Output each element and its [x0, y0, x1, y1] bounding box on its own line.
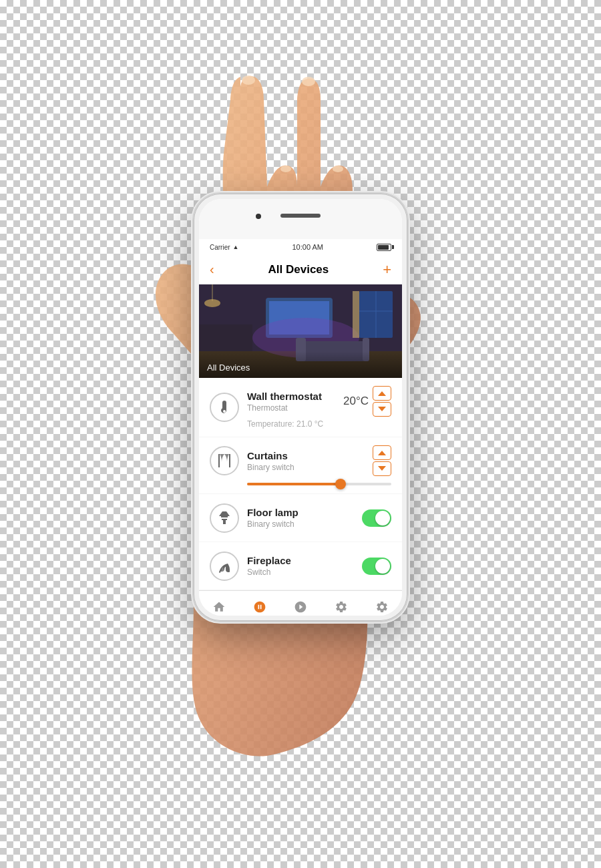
add-button[interactable]: +: [383, 261, 391, 278]
temp-up-button[interactable]: [373, 386, 391, 401]
settings-nav-icon: [375, 600, 389, 614]
phone-speaker: [280, 214, 321, 218]
curtain-slider[interactable]: [247, 483, 391, 485]
lamp-icon: [216, 510, 232, 526]
floor-lamp-icon-wrap: [210, 503, 239, 533]
curtain-down-button[interactable]: [373, 461, 391, 476]
nav-control-label: Control: [250, 616, 270, 616]
fireplace-icon-wrap: [210, 552, 239, 581]
thermostat-icon-wrap: [210, 393, 239, 422]
control-nav-icon: [252, 600, 267, 614]
svg-point-0: [242, 75, 255, 85]
room-image-overlay: All Devices: [199, 351, 402, 378]
thermostat-type: Thermostat: [247, 403, 322, 413]
curtain-icon-wrap: [210, 446, 239, 475]
floor-lamp-type: Binary switch: [247, 519, 362, 529]
svg-rect-21: [218, 454, 220, 467]
nav-scenes-label: Scenes: [290, 616, 311, 616]
nav-settings[interactable]: Settings: [361, 600, 402, 616]
device-list: Wall thermostat Thermostat 20°C: [199, 378, 402, 590]
nav-home[interactable]: Home: [199, 600, 240, 616]
battery-icon: [377, 244, 391, 251]
set-temp: 20°C: [343, 395, 369, 408]
nav-control[interactable]: Control: [240, 600, 280, 616]
room-label: All Devices: [207, 363, 250, 373]
nav-automation[interactable]: Automation: [321, 600, 361, 616]
nav-automation-label: Automation: [326, 616, 357, 616]
home-nav-icon: [212, 600, 226, 614]
automation-nav-icon: [334, 600, 349, 614]
room-image: All Devices: [199, 284, 402, 378]
app-header: ‹ All Devices +: [199, 255, 402, 284]
curtain-up-button[interactable]: [373, 445, 391, 460]
curtain-icon: [216, 453, 232, 469]
thermostat-info: Wall thermostat Thermostat 20°C: [247, 386, 391, 429]
svg-point-2: [280, 166, 291, 172]
svg-point-3: [333, 166, 343, 172]
fireplace-type: Switch: [247, 568, 362, 577]
wifi-icon: ▲: [233, 244, 239, 250]
floor-lamp-name: Floor lamp: [247, 507, 362, 518]
curtain-name: Curtains: [247, 450, 294, 461]
svg-point-1: [302, 77, 315, 86]
fireplace-name: Fireplace: [247, 555, 362, 566]
actual-temp-row: Temperature: 21.0 °C: [247, 419, 391, 429]
fireplace-info: Fireplace Switch: [247, 555, 362, 577]
page-title: All Devices: [268, 263, 329, 276]
temp-down-button[interactable]: [373, 402, 391, 417]
thermostat-name: Wall thermostat: [247, 391, 322, 402]
thermometer-icon: [216, 399, 232, 415]
phone-frame: Carrier ▲ 10:00 AM ‹ All Devices +: [194, 194, 407, 621]
bottom-nav: Home Control Scenes: [199, 590, 402, 616]
back-button[interactable]: ‹: [210, 262, 214, 277]
scenes-nav-icon: [293, 600, 308, 614]
curtain-arrows: [373, 445, 391, 476]
fire-icon: [216, 558, 232, 574]
nav-home-label: Home: [211, 616, 227, 616]
svg-rect-22: [229, 454, 230, 467]
nav-scenes[interactable]: Scenes: [280, 600, 321, 616]
fireplace-toggle[interactable]: [362, 558, 391, 575]
floor-lamp-info: Floor lamp Binary switch: [247, 507, 362, 529]
floor-lamp-item: Floor lamp Binary switch: [199, 494, 402, 542]
phone-top-bezel: [199, 199, 402, 239]
floor-lamp-toggle[interactable]: [362, 509, 391, 527]
phone-camera: [256, 214, 261, 219]
status-bar: Carrier ▲ 10:00 AM: [199, 239, 402, 255]
hand-container: Carrier ▲ 10:00 AM ‹ All Devices +: [67, 33, 534, 835]
curtain-type: Binary switch: [247, 463, 294, 472]
curtains-item: Curtains Binary switch: [199, 437, 402, 494]
temp-arrows: [373, 386, 391, 417]
curtain-info: Curtains Binary switch: [247, 445, 391, 476]
time-text: 10:00 AM: [292, 243, 323, 251]
nav-settings-label: Settings: [371, 616, 393, 616]
carrier-text: Carrier: [210, 244, 230, 251]
fireplace-item: Fireplace Switch: [199, 542, 402, 590]
thermostat-item: Wall thermostat Thermostat 20°C: [199, 378, 402, 437]
